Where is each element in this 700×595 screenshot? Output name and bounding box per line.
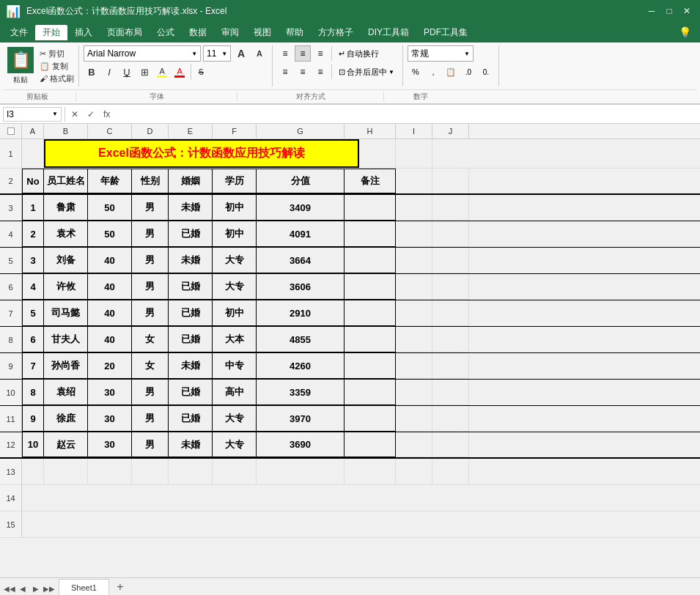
cell-C11[interactable]: 30 — [88, 406, 132, 432]
cell-A6[interactable]: 4 — [22, 274, 44, 300]
row-num-11[interactable]: 11 — [0, 406, 22, 432]
row-num-15[interactable]: 15 — [0, 511, 22, 537]
lightbulb-icon[interactable]: 💡 — [673, 26, 697, 38]
cell-D7[interactable]: 男 — [132, 300, 169, 326]
cell-F6[interactable]: 大专 — [213, 274, 257, 300]
menu-home[interactable]: 开始 — [35, 25, 67, 40]
cell-A9[interactable]: 7 — [22, 353, 44, 379]
cell-D5[interactable]: 男 — [132, 248, 169, 273]
cell-C12[interactable]: 30 — [88, 432, 132, 457]
cell-E12[interactable]: 未婚 — [169, 432, 213, 457]
menu-diy[interactable]: DIY工具箱 — [361, 25, 416, 40]
sheet-tab-1[interactable]: Sheet1 — [59, 579, 109, 595]
decrease-decimal-button[interactable]: 0. — [478, 64, 494, 80]
thousands-button[interactable]: 📋 — [443, 64, 459, 80]
cell-H7[interactable] — [345, 300, 396, 326]
text-center-button[interactable]: ≡ — [295, 64, 311, 80]
cell-E8[interactable]: 已婚 — [169, 327, 213, 352]
cell-G4[interactable]: 4091 — [257, 221, 345, 247]
cell-J3[interactable] — [432, 195, 469, 221]
cell-D3[interactable]: 男 — [132, 195, 169, 221]
row-num-9[interactable]: 9 — [0, 353, 22, 379]
cell-A4[interactable]: 2 — [22, 221, 44, 247]
italic-button[interactable]: I — [101, 64, 117, 80]
bold-button[interactable]: B — [84, 64, 100, 80]
cell-I2[interactable] — [396, 169, 432, 193]
cell-A5[interactable]: 3 — [22, 248, 44, 273]
formula-input[interactable] — [116, 109, 697, 119]
cell-D2[interactable]: 性别 — [132, 169, 169, 193]
cut-button[interactable]: ✂ 剪切 — [40, 48, 74, 59]
font-size-selector[interactable]: 11 ▼ — [203, 45, 231, 62]
font-color-button[interactable]: A — [172, 64, 188, 80]
fill-color-button[interactable]: A — [154, 64, 170, 80]
col-header-E[interactable]: E — [169, 124, 213, 138]
cell-J12[interactable] — [432, 432, 469, 457]
row-num-5[interactable]: 5 — [0, 248, 22, 273]
row-num-14[interactable]: 14 — [0, 485, 22, 511]
cell-J8[interactable] — [432, 327, 469, 352]
add-sheet-button[interactable]: + — [112, 579, 128, 595]
copy-button[interactable]: 📋 复制 — [40, 61, 74, 72]
cell-F12[interactable]: 大专 — [213, 432, 257, 457]
cell-D6[interactable]: 男 — [132, 274, 169, 300]
format-painter-button[interactable]: 🖌 格式刷 — [40, 73, 74, 84]
cell-B7[interactable]: 司马懿 — [44, 300, 88, 326]
cell-F7[interactable]: 初中 — [213, 300, 257, 326]
cell-G3[interactable]: 3409 — [257, 195, 345, 221]
cell-A11[interactable]: 9 — [22, 406, 44, 432]
cell-G11[interactable]: 3970 — [257, 406, 345, 432]
cell-D8[interactable]: 女 — [132, 327, 169, 352]
cell-C5[interactable]: 40 — [88, 248, 132, 273]
cell-B6[interactable]: 许攸 — [44, 274, 88, 300]
sheet-nav-right[interactable]: ▶▶ — [43, 582, 56, 595]
cell-F4[interactable]: 初中 — [213, 221, 257, 247]
cell-A7[interactable]: 5 — [22, 300, 44, 326]
menu-formulas[interactable]: 公式 — [150, 25, 182, 40]
cell-C10[interactable]: 30 — [88, 380, 132, 405]
cell-H2[interactable]: 备注 — [345, 169, 396, 193]
cell-E6[interactable]: 已婚 — [169, 274, 213, 300]
cell-H10[interactable] — [345, 380, 396, 405]
cell-G2[interactable]: 分值 — [257, 169, 345, 193]
sheet-nav-next[interactable]: ▶ — [29, 582, 43, 595]
cell-I4[interactable] — [396, 221, 432, 247]
percent-button[interactable]: , — [425, 64, 441, 80]
cell-H6[interactable] — [345, 274, 396, 300]
cell-E10[interactable]: 已婚 — [169, 380, 213, 405]
minimize-btn[interactable]: ─ — [644, 4, 659, 18]
menu-pagelayout[interactable]: 页面布局 — [100, 25, 150, 40]
row-num-12[interactable]: 12 — [0, 432, 22, 457]
strikethrough-button[interactable]: S̶ — [191, 64, 211, 80]
cell-A3[interactable]: 1 — [22, 195, 44, 221]
cell-J6[interactable] — [432, 274, 469, 300]
cell-G10[interactable]: 3359 — [257, 380, 345, 405]
cell-A12[interactable]: 10 — [22, 432, 44, 457]
cell-C4[interactable]: 50 — [88, 221, 132, 247]
menu-fangfangezi[interactable]: 方方格子 — [311, 25, 361, 40]
cell-A10[interactable]: 8 — [22, 380, 44, 405]
cell-I10[interactable] — [396, 380, 432, 405]
col-header-I[interactable]: I — [396, 124, 432, 138]
cell-H11[interactable] — [345, 406, 396, 432]
cell-E11[interactable]: 已婚 — [169, 406, 213, 432]
cell-B10[interactable]: 袁绍 — [44, 380, 88, 405]
increase-decimal-button[interactable]: .0 — [460, 64, 476, 80]
maximize-btn[interactable]: □ — [662, 4, 677, 18]
sheet-nav-prev[interactable]: ◀ — [16, 582, 29, 595]
cell-F9[interactable]: 中专 — [213, 353, 257, 379]
cell-F2[interactable]: 学历 — [213, 169, 257, 193]
cell-H8[interactable] — [345, 327, 396, 352]
confirm-formula-button[interactable]: ✓ — [84, 109, 97, 119]
cell-J1[interactable] — [396, 139, 432, 168]
cell-I1[interactable] — [359, 139, 396, 168]
function-button[interactable]: fx — [100, 109, 113, 119]
cell-B4[interactable]: 袁术 — [44, 221, 88, 247]
increase-font-button[interactable]: A — [233, 45, 249, 62]
cell-reference-box[interactable]: I3 ▼ — [3, 107, 62, 122]
col-header-H[interactable]: H — [345, 124, 396, 138]
cell-J7[interactable] — [432, 300, 469, 326]
cell-I9[interactable] — [396, 353, 432, 379]
cell-B12[interactable]: 赵云 — [44, 432, 88, 457]
cell-I7[interactable] — [396, 300, 432, 326]
